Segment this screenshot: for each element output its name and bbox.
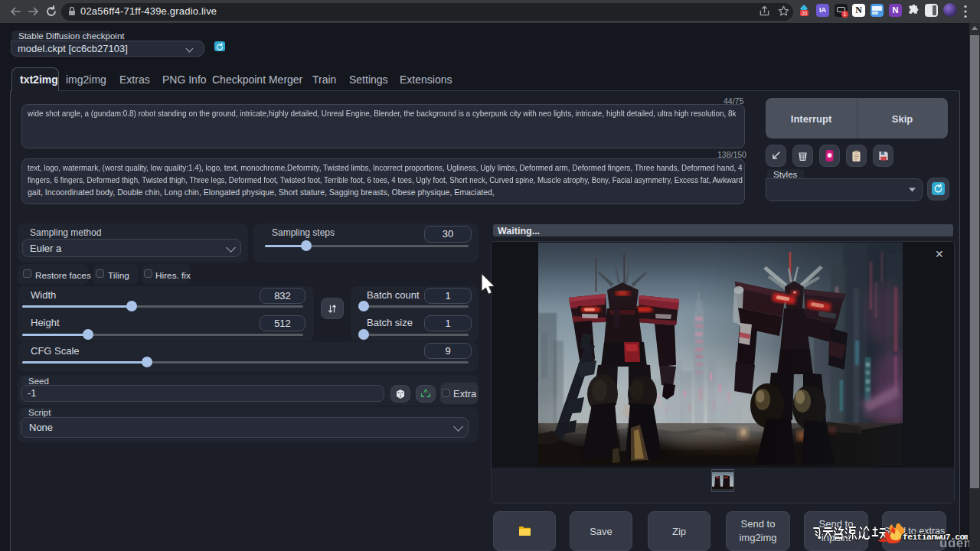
svg-text:20: 20 [802,11,808,16]
svg-text:feitianwu7.com: feitianwu7.com [903,532,968,542]
